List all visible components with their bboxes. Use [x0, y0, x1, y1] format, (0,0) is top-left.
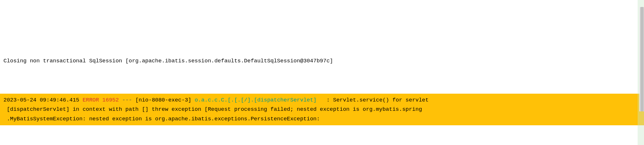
log-level-error: ERROR [83, 97, 99, 103]
vertical-scrollbar-thumb[interactable] [640, 7, 644, 111]
highlighted-error-block: 2023-05-24 09:49:46.415 ERROR 16952 --- … [0, 94, 644, 125]
log-message-colon: : [317, 97, 333, 103]
log-message-line3: .MyBatisSystemException: nested exceptio… [3, 116, 323, 122]
log-logger-name: o.a.c.c.C.[.[.[/].[dispatcherServlet] [195, 97, 317, 103]
log-thread: [nio-8080-exec-3] [135, 97, 191, 103]
log-message-line2: [dispatcherServlet] in context with path… [3, 106, 422, 113]
log-message-part1: Servlet.service() for servlet [333, 97, 429, 103]
vertical-scrollbar-track[interactable] [639, 7, 644, 111]
log-pid: 16952 [102, 97, 119, 103]
log-line-previous: Closing non transactional SqlSession [or… [0, 56, 644, 66]
console-log-output: Closing non transactional SqlSession [or… [0, 37, 644, 145]
log-separator: --- [122, 97, 132, 103]
log-timestamp: 2023-05-24 09:49:46.415 [3, 97, 79, 103]
